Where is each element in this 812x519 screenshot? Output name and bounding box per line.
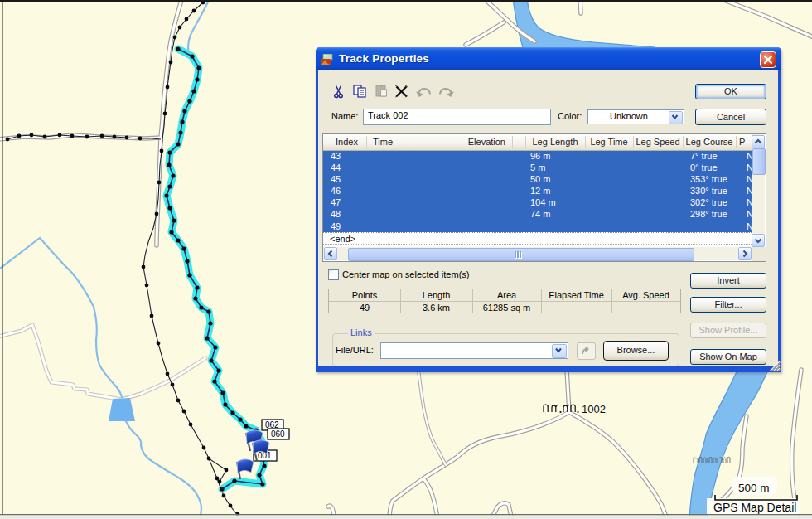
svg-text:GPS Map Detail: GPS Map Detail xyxy=(713,501,796,514)
svg-text:060: 060 xyxy=(271,429,285,439)
svg-text:1002: 1002 xyxy=(582,403,606,415)
svg-text:500 m: 500 m xyxy=(738,482,770,494)
svg-text:062: 062 xyxy=(265,420,279,429)
